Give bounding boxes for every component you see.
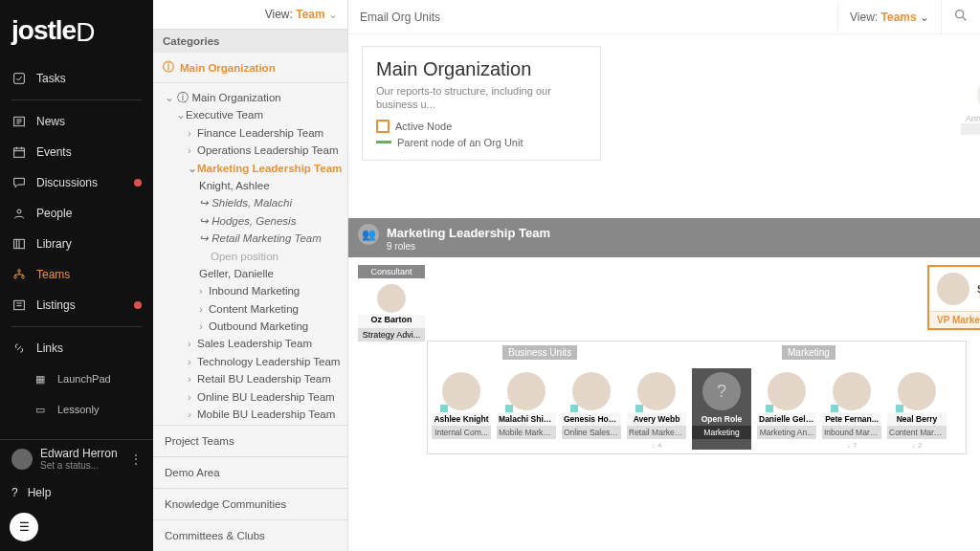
avatar [442,372,480,410]
nav-people[interactable]: People [0,198,153,229]
lead-card[interactable]: Suzanne Edison VP Marketing [927,265,980,330]
line-icon [376,141,391,143]
tree-node[interactable]: ⌄Executive Team [159,106,347,123]
user-row[interactable]: Edward Herron Set a status... ⋮ [0,439,153,478]
tree-node[interactable]: ↪ Hodges, Genesis [159,212,347,230]
tree-node[interactable]: ⌄ ⓘ Main Organization [159,89,347,106]
nav-library[interactable]: Library [0,229,153,259]
person-name: Pete Fernan... [822,412,881,426]
nav-tasks[interactable]: Tasks [0,63,153,94]
section-knowledge[interactable]: Knowledge Communities [153,488,347,519]
person-name: Neal Berry [887,412,947,426]
checkbox-icon [11,71,27,86]
child-count: ↓ 2 [887,441,947,450]
team-name: Marketing Leadership Team [387,226,550,240]
view-selector[interactable]: View: Team ⌄ [153,0,347,30]
brand-logo: jostleD [0,0,153,63]
tree-node[interactable]: ↪ Shields, Malachi [159,194,347,211]
chevron-down-icon: ⌄ [328,8,338,21]
nav-listings[interactable]: Listings [0,290,153,320]
main-view-selector[interactable]: View: Teams ⌄ [838,3,941,32]
nav-label: Library [36,237,72,251]
nav-links[interactable]: Links [0,333,153,364]
org-grid: Business Units Marketing Ashlee KnightIn… [427,341,967,454]
org-icon [11,267,27,282]
status-dot-icon [505,405,513,412]
status-dot-icon [831,405,838,412]
tree-node[interactable]: Open position [159,248,347,265]
tree-node[interactable]: ›Sales Leadership Team [159,335,347,352]
categories-panel: View: Team ⌄ Categories ⓘ Main Organizat… [153,0,348,551]
tree-node[interactable]: ›Retail BU Leadership Team [159,370,347,387]
person-name: Oz Barton [358,315,425,328]
legend-active: Active Node [376,120,587,133]
ancestor-node[interactable]: Annie Jeffers... CEO [961,77,980,135]
tree-node[interactable]: ↪ Retail Marketing Team [159,230,347,247]
tree-node[interactable]: ›Finance Leadership Team [159,124,347,142]
nav-label: Events [36,145,72,159]
book-icon: ▭ [33,402,48,417]
person-role: Retail Marketi... [627,426,686,439]
nav-events[interactable]: Events [0,137,153,167]
svg-rect-2 [14,148,25,157]
person-card[interactable]: Pete Fernan...Inbound Mark...↓ 7 [822,368,881,450]
person-card[interactable]: Ashlee KnightInternal Com... [432,368,491,450]
section-committees[interactable]: Committees & Clubs [153,519,347,551]
org-tree: ⌄ ⓘ Main Organization ⌄Executive Team ›F… [153,83,347,425]
nav-link-lessonly[interactable]: ▭Lessonly [0,394,153,425]
nav-link-launchpad[interactable]: ▦LaunchPad [0,364,153,394]
tree-node[interactable]: Knight, Ashlee [159,177,347,194]
tree-node[interactable]: ›Inbound Marketing [159,282,347,299]
consultant-card[interactable]: Consultant Oz Barton Strategy Advi... [358,265,425,342]
person-name: Malachi Shie... [497,412,556,426]
person-card[interactable]: Neal BerryContent Mark...↓ 2 [887,368,947,450]
section-project-teams[interactable]: Project Teams [153,425,347,456]
nav-discussions[interactable]: Discussions [0,167,153,198]
page-title: Email Org Units [348,3,838,32]
nav-help[interactable]: ?Help [0,478,153,507]
group-label-marketing: Marketing [782,345,835,360]
search-icon[interactable] [941,0,980,33]
info-icon: ⓘ [163,60,174,75]
person-name: Genesis Hod... [562,412,621,426]
nav-teams[interactable]: Teams [0,259,153,290]
person-card[interactable]: Malachi Shie...Mobile Marke... [497,368,556,450]
avatar [898,372,936,410]
open-role-card[interactable]: ?Open RoleMarketing [692,368,751,450]
nav-label: Teams [36,268,70,281]
avatar: ? [702,372,741,410]
person-card[interactable]: Danielle GellerMarketing An... [757,368,816,450]
section-demo-area[interactable]: Demo Area [153,456,347,488]
tree-node[interactable]: Geller, Danielle [159,265,347,282]
svg-rect-8 [14,300,25,309]
person-name: Danielle Geller [757,412,816,426]
team-icon: 👥 [358,224,379,245]
person-card[interactable]: Genesis Hod...Online Sales &... [562,368,621,450]
tree-node-selected[interactable]: ⌄Marketing Leadership Team [159,160,347,177]
nav-news[interactable]: News [0,106,153,137]
main-org-header[interactable]: ⓘ Main Organization [153,53,347,83]
more-icon[interactable]: ⋮ [130,452,142,466]
person-role: Marketing An... [757,426,816,439]
notification-dot-icon [134,179,142,187]
tree-node[interactable]: ›Operations Leadership Team [159,142,347,159]
ancestor-role: CEO [961,123,980,135]
svg-point-7 [22,276,25,278]
svg-point-3 [17,209,21,213]
tree-node[interactable]: ›Mobile BU Leadership Team [159,406,347,423]
grid-icon: ▦ [33,371,48,386]
reader-icon[interactable]: ☰ [10,513,38,541]
person-role: Mobile Marke... [497,426,556,439]
tree-node[interactable]: ›Technology Leadership Team [159,353,347,370]
tree-node[interactable]: ›Content Marketing [159,300,347,318]
nav-label: Tasks [36,72,66,85]
child-count: ↓ 7 [822,441,881,450]
status-dot-icon [440,405,448,412]
avatar [507,372,546,410]
person-role: Marketing [692,426,751,439]
tree-node[interactable]: ›Online BU Leadership Team [159,388,347,406]
avatar [637,372,676,410]
info-subtitle: Our reports-to structure, including our … [376,84,587,112]
tree-node[interactable]: ›Outbound Marketing [159,318,347,335]
person-card[interactable]: Avery WebbRetail Marketi...↓ 4 [627,368,686,450]
